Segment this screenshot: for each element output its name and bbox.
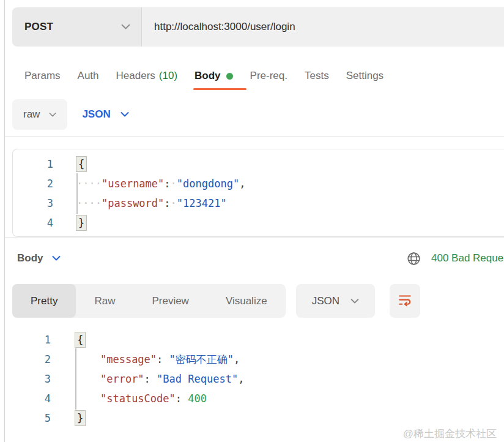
tab-headers[interactable]: Headers(10) (116, 70, 178, 82)
tab-auth[interactable]: Auth (78, 70, 99, 82)
tab-label: Params (24, 70, 61, 82)
line-number: 1 (12, 330, 51, 350)
chevron-down-icon (52, 255, 61, 261)
code-line: 5} (12, 408, 504, 428)
code-content: "error": "Bad Request", (75, 369, 244, 389)
response-status: 400 Bad Request (431, 252, 504, 264)
code-content: "statusCode": 400 (75, 389, 207, 408)
code-line: 4} (13, 213, 504, 233)
chevron-down-icon (350, 298, 359, 304)
code-line: 3 "error": "Bad Request", (12, 369, 504, 389)
request-url-bar: POST http://localhost:3000/user/login (12, 7, 504, 47)
response-header: Body 400 Bad Request (0, 241, 504, 275)
line-number: 5 (12, 408, 51, 428)
code-line: 1{ (13, 154, 504, 174)
response-format-label: JSON (312, 295, 339, 307)
wrap-lines-icon (397, 292, 413, 310)
code-content: ····"password":·"123421" (76, 193, 227, 213)
url-text: http://localhost:3000/user/login (154, 21, 295, 33)
code-line: 3····"password":·"123421" (13, 193, 504, 213)
line-number: 1 (13, 154, 53, 174)
resp-tab-raw[interactable]: Raw (76, 284, 133, 318)
body-language-dropdown[interactable]: JSON (82, 108, 128, 121)
code-content: } (75, 408, 85, 428)
body-language-label: JSON (82, 108, 110, 121)
code-line: 2 "message": "密码不正确", (12, 350, 504, 369)
tab-label: Body (195, 70, 221, 82)
code-line: 4 "statusCode": 400 (12, 389, 504, 408)
tab-body[interactable]: Body (195, 70, 233, 82)
tab-label: Headers (116, 70, 155, 82)
tab-label: Auth (78, 70, 99, 82)
code-content: { (76, 154, 86, 174)
method-selector[interactable]: POST (12, 7, 142, 47)
tab-params[interactable]: Params (24, 70, 61, 82)
request-body-editor[interactable]: 1{2····"username":·"dongdong",3····"pass… (12, 149, 504, 237)
pane-divider (4, 0, 5, 442)
request-code: 1{2····"username":·"dongdong",3····"pass… (13, 154, 504, 233)
response-view-tabs: PrettyRawPreviewVisualize (12, 284, 286, 318)
tab-label: Settings (346, 70, 384, 82)
response-view-dropdown[interactable]: Body (17, 252, 61, 264)
response-format-dropdown[interactable]: JSON (296, 284, 375, 318)
method-label: POST (24, 21, 53, 33)
globe-icon (406, 251, 421, 266)
response-status-area: 400 Bad Request (406, 241, 504, 275)
request-tabs: ParamsAuthHeaders(10)BodyPre-req.TestsSe… (0, 59, 504, 93)
chevron-down-icon (120, 111, 129, 118)
chevron-down-icon (49, 112, 56, 118)
resp-tab-visualize[interactable]: Visualize (207, 284, 286, 318)
code-line: 1{ (12, 330, 504, 350)
resp-tab-pretty[interactable]: Pretty (12, 284, 76, 318)
line-number: 4 (12, 389, 51, 408)
response-toolbar: PrettyRawPreviewVisualize JSON (0, 284, 504, 318)
body-mode-label: raw (23, 108, 40, 121)
response-view-label: Body (17, 252, 43, 264)
line-number: 4 (13, 213, 53, 233)
line-number: 3 (12, 369, 51, 389)
line-number: 2 (12, 350, 51, 369)
divider (5, 136, 504, 137)
code-content: "message": "密码不正确", (75, 350, 240, 369)
chevron-down-icon (121, 24, 130, 30)
indent-guide (75, 348, 76, 410)
code-content: } (76, 213, 86, 233)
code-line: 2····"username":·"dongdong", (13, 174, 504, 193)
code-content: { (75, 330, 85, 350)
tab-tests[interactable]: Tests (305, 70, 329, 82)
tab-label: Pre-req. (250, 70, 287, 82)
line-number: 3 (13, 193, 53, 213)
code-content: ····"username":·"dongdong", (76, 174, 245, 193)
line-number: 2 (13, 174, 53, 193)
rest-client-app: POST http://localhost:3000/user/login Pa… (0, 0, 504, 442)
wrap-lines-button[interactable] (390, 284, 420, 318)
body-mode-dropdown[interactable]: raw (12, 99, 67, 130)
resp-tab-preview[interactable]: Preview (133, 284, 207, 318)
tab-pre-req[interactable]: Pre-req. (250, 70, 287, 82)
url-input[interactable]: http://localhost:3000/user/login (142, 7, 504, 47)
body-type-row: raw JSON (0, 93, 504, 136)
headers-count-badge: (10) (159, 70, 177, 82)
body-content-dot-icon (226, 73, 233, 80)
divider (5, 237, 504, 238)
indent-guide (76, 173, 78, 214)
tab-label: Tests (305, 70, 329, 82)
response-code: 1{2 "message": "密码不正确",3 "error": "Bad R… (12, 330, 504, 428)
response-body-viewer[interactable]: 1{2 "message": "密码不正确",3 "error": "Bad R… (12, 330, 504, 428)
tab-settings[interactable]: Settings (346, 70, 384, 82)
watermark: @稀土掘金技术社区 (403, 427, 497, 441)
